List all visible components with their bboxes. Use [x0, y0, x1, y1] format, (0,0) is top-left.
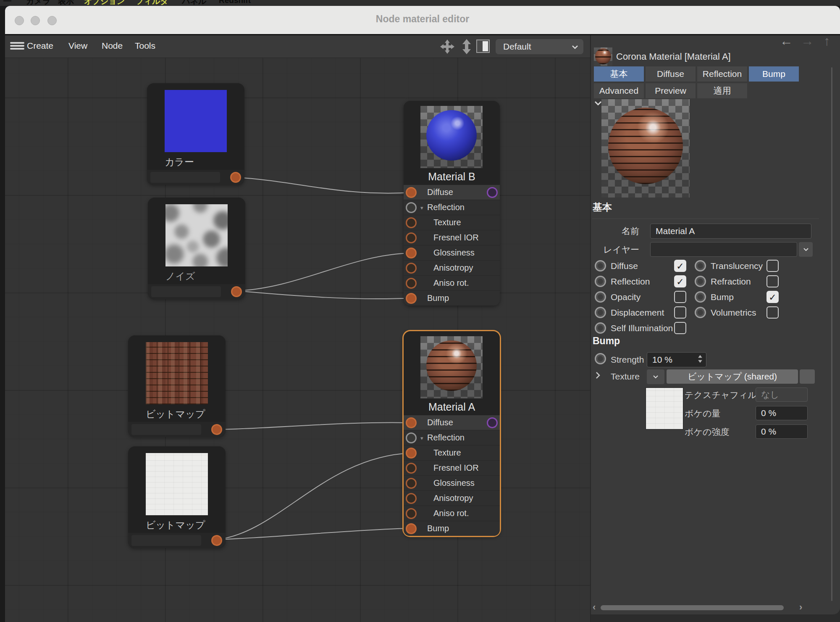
- input-port[interactable]: [406, 493, 417, 504]
- background-menu-item[interactable]: フィルタ: [136, 0, 168, 6]
- input-port[interactable]: [406, 417, 417, 428]
- hscroll-left-icon[interactable]: ‹: [593, 602, 596, 613]
- channel-checkbox[interactable]: ✓: [766, 291, 779, 303]
- channel-checkbox[interactable]: [766, 260, 779, 272]
- port-label: Glossiness: [433, 478, 475, 488]
- hamburger-menu-icon[interactable]: [9, 41, 25, 53]
- tab-preview[interactable]: Preview: [646, 83, 696, 98]
- forward-arrow-button[interactable]: →: [801, 34, 814, 49]
- port-label: Diffuse: [427, 187, 453, 197]
- texture-expand-icon[interactable]: [596, 372, 601, 379]
- background-menu-item[interactable]: Redshift: [219, 0, 251, 5]
- input-port[interactable]: [406, 187, 417, 198]
- node-graph-canvas[interactable]: カラー ノイズ: [5, 58, 590, 622]
- input-port[interactable]: [406, 248, 417, 258]
- name-input[interactable]: [650, 224, 811, 239]
- input-port[interactable]: [406, 263, 417, 274]
- input-port[interactable]: [406, 232, 417, 243]
- layout-preset-dropdown[interactable]: Default: [496, 39, 583, 54]
- input-port[interactable]: [406, 202, 417, 213]
- input-port[interactable]: [406, 508, 417, 519]
- channel-checkbox[interactable]: [766, 275, 779, 287]
- channel-checkbox[interactable]: [674, 306, 686, 319]
- port-list: Diffuse▾ReflectionTextureFresnel IORGlos…: [404, 415, 500, 536]
- up-arrow-button[interactable]: ↑: [824, 34, 830, 49]
- panel-toggle-icon[interactable]: [476, 40, 490, 53]
- vscroll-track[interactable]: [831, 67, 832, 601]
- background-menu-item[interactable]: カメラ: [26, 0, 50, 6]
- port-row: Fresnel IOR: [404, 461, 500, 476]
- output-port[interactable]: [211, 535, 222, 546]
- output-port[interactable]: [487, 187, 498, 198]
- tab-advanced[interactable]: Advanced: [594, 83, 644, 98]
- collapse-caret-icon[interactable]: ▾: [420, 204, 423, 211]
- bitmap-brick-node[interactable]: ビットマップ: [128, 335, 226, 437]
- menu-create[interactable]: Create: [27, 41, 53, 51]
- collapse-preview-icon[interactable]: [594, 101, 602, 106]
- background-menu-item[interactable]: 表示: [58, 0, 74, 6]
- input-port[interactable]: [406, 293, 417, 304]
- output-port[interactable]: [487, 417, 498, 428]
- strength-radio[interactable]: [595, 353, 606, 364]
- hscroll-right-icon[interactable]: ›: [799, 602, 802, 613]
- fit-vertical-icon[interactable]: [459, 39, 474, 54]
- collapse-caret-icon[interactable]: ▾: [420, 435, 423, 441]
- port-label: Texture: [433, 218, 461, 227]
- input-port[interactable]: [406, 217, 417, 228]
- channel-checkbox[interactable]: [674, 322, 686, 334]
- tab-bump[interactable]: Bump: [749, 66, 799, 82]
- texture-extra-button[interactable]: [800, 369, 815, 384]
- channel-radio[interactable]: [595, 291, 606, 303]
- channel-radio[interactable]: [595, 307, 606, 318]
- background-menu-item[interactable]: —: [3, 0, 11, 5]
- channel-radio[interactable]: [595, 260, 606, 271]
- texture-filter-value[interactable]: なし: [756, 387, 808, 402]
- tab-基本[interactable]: 基本: [594, 66, 644, 82]
- pan-view-icon[interactable]: [440, 39, 455, 54]
- channel-radio[interactable]: [695, 291, 706, 303]
- input-port[interactable]: [406, 463, 417, 474]
- input-port[interactable]: [406, 523, 417, 534]
- menu-tools[interactable]: Tools: [135, 41, 155, 51]
- channel-checkbox[interactable]: [674, 291, 686, 303]
- output-port[interactable]: [231, 286, 242, 297]
- input-port[interactable]: [406, 448, 417, 459]
- background-menu-item[interactable]: パネル: [182, 0, 206, 6]
- menu-view[interactable]: View: [68, 41, 87, 51]
- strength-input[interactable]: 10 %: [647, 352, 706, 367]
- channel-checkbox[interactable]: ✓: [674, 260, 686, 272]
- tab-diffuse[interactable]: Diffuse: [646, 66, 696, 82]
- layer-dropdown-button[interactable]: [799, 242, 813, 257]
- material-a-node[interactable]: Material A Diffuse▾ReflectionTextureFres…: [404, 331, 500, 536]
- stepper-arrows-icon[interactable]: [698, 355, 703, 363]
- color-node[interactable]: カラー: [147, 83, 244, 185]
- bitmap-white-node[interactable]: ビットマップ: [128, 446, 226, 548]
- blur-amount-input[interactable]: 0 %: [756, 406, 808, 420]
- blur-strength-input[interactable]: 0 %: [756, 424, 808, 439]
- background-menu-item[interactable]: オプション: [84, 0, 125, 6]
- output-port[interactable]: [211, 424, 222, 435]
- channel-radio[interactable]: [595, 276, 606, 287]
- input-port[interactable]: [406, 432, 417, 443]
- channel-radio[interactable]: [695, 260, 706, 271]
- channel-radio[interactable]: [595, 322, 606, 334]
- material-b-node[interactable]: Material B Diffuse▾ReflectionTextureFres…: [404, 101, 500, 306]
- channel-radio[interactable]: [695, 307, 706, 318]
- bump-texture-thumbnail[interactable]: [646, 387, 683, 430]
- tab-reflection[interactable]: Reflection: [697, 66, 747, 82]
- output-port[interactable]: [230, 172, 241, 183]
- noise-node[interactable]: ノイズ: [148, 198, 245, 299]
- layer-input[interactable]: [650, 242, 797, 257]
- back-arrow-button[interactable]: ←: [780, 34, 793, 49]
- input-port[interactable]: [406, 278, 417, 289]
- texture-dropdown-button[interactable]: [647, 369, 664, 384]
- texture-shader-button[interactable]: ビットマップ (shared): [667, 369, 798, 384]
- input-port[interactable]: [406, 478, 417, 489]
- menu-node[interactable]: Node: [102, 41, 123, 51]
- tab-row-2: AdvancedPreview適用: [594, 83, 747, 98]
- hscroll-thumb[interactable]: [601, 605, 784, 610]
- channel-radio[interactable]: [695, 276, 706, 287]
- channel-checkbox[interactable]: [766, 306, 779, 319]
- tab-適用[interactable]: 適用: [697, 83, 747, 98]
- channel-checkbox[interactable]: ✓: [674, 275, 686, 287]
